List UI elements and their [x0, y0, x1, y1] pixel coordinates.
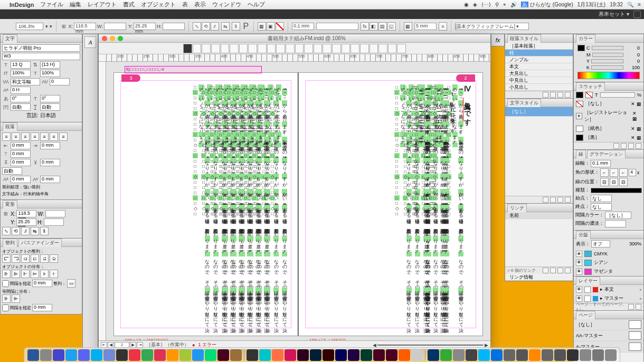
separation-row[interactable]: 👁シアン: [574, 258, 643, 267]
fx-icon[interactable]: fx: [361, 22, 369, 31]
auto2[interactable]: 自動: [40, 103, 60, 111]
page-left[interactable]: 柱□□□□□◇□□□□◇# 3 本文はここから始まります。基本的な設定での作成に…: [113, 72, 298, 336]
dock-app-icon[interactable]: [192, 349, 204, 361]
leading[interactable]: (13 H): [40, 61, 60, 69]
minimize-button[interactable]: [110, 36, 115, 41]
dock-app-icon[interactable]: [491, 349, 503, 361]
ref-point-icon[interactable]: ⊞: [60, 23, 68, 30]
running-head-frame[interactable]: 柱□□□□□◇□□□□◇#: [125, 66, 262, 73]
space-before[interactable]: 0 mm: [11, 159, 31, 166]
align-icon[interactable]: ≡: [439, 22, 447, 31]
swatch-item[interactable]: ［黒］✕ ▦: [574, 133, 643, 142]
master-page-row[interactable]: ［なし］: [574, 319, 643, 330]
mojikumi-label[interactable]: 文字組み：行末約物半角: [2, 191, 49, 197]
x-field[interactable]: 118.5 mm: [74, 23, 96, 30]
scrollbar-h[interactable]: ◀ ━━━━━━━━━━━━━━━━━━━━━━━━━━━━━━━━━━━━━━…: [373, 342, 488, 348]
vertical-ruler[interactable]: [99, 62, 106, 340]
tx[interactable]: 118.5 mm: [16, 210, 36, 217]
preflight-icon[interactable]: ●: [192, 342, 195, 348]
panel-tab-pathfinder[interactable]: パスファインダー: [18, 239, 62, 247]
dock-app-icon[interactable]: [386, 349, 397, 361]
stroke-icon[interactable]: ▣: [267, 22, 275, 31]
rotate[interactable]: 0°: [11, 95, 31, 102]
dock-app-icon[interactable]: [466, 349, 477, 361]
dock-app-icon[interactable]: [373, 349, 385, 361]
master-page-row[interactable]: AA-マスター: [574, 330, 643, 341]
space-after[interactable]: 0 mm: [40, 159, 60, 166]
opacity-icon[interactable]: ◧: [370, 22, 378, 31]
dock-app-icon[interactable]: [91, 349, 102, 361]
dock-app-icon[interactable]: [297, 349, 309, 361]
y-field[interactable]: 25.25 mm: [134, 23, 156, 30]
dock-app-icon[interactable]: [78, 349, 90, 361]
dock-app-icon[interactable]: [129, 349, 140, 361]
dock-app-icon[interactable]: [399, 349, 410, 361]
dock-app-icon[interactable]: [154, 349, 166, 361]
time[interactable]: 19:32: [610, 2, 623, 7]
auto1[interactable]: 自動: [11, 103, 31, 111]
dock-app-icon[interactable]: [428, 349, 439, 361]
dock-app-icon[interactable]: [167, 349, 178, 361]
swatch-item[interactable]: ［なし］✕ ▦: [574, 99, 643, 108]
first-line[interactable]: 0 mm: [11, 150, 31, 158]
dock-app-icon[interactable]: [247, 349, 258, 361]
dock-app-icon[interactable]: [285, 349, 296, 361]
menu-help[interactable]: ヘルプ: [248, 1, 265, 8]
menu-file[interactable]: ファイル: [40, 1, 63, 8]
dock-app-icon[interactable]: [554, 349, 566, 361]
menu-table[interactable]: 表: [182, 1, 188, 8]
link-info-label[interactable]: リンク情報: [505, 274, 573, 281]
search-icon[interactable]: [633, 11, 641, 18]
dock-app-icon[interactable]: [440, 349, 452, 361]
panel-tab-transform[interactable]: 変形: [3, 200, 17, 208]
dock-app-icon[interactable]: [516, 349, 528, 361]
stroke-style[interactable]: [316, 23, 358, 30]
w-field[interactable]: [104, 23, 126, 30]
dock-app-icon[interactable]: [103, 349, 115, 361]
zoom-button[interactable]: [118, 36, 123, 41]
ime-indicator[interactable]: あ ひらがな (Google): [521, 1, 573, 8]
panel-tab-character[interactable]: 文字: [3, 34, 17, 43]
workspace-selector[interactable]: 基本セット ▾: [599, 11, 629, 18]
text-column[interactable]: 本文はここから始まります。基本的な設定での作成になりますが、細かい体裁を希望する…: [280, 84, 287, 326]
flip-v-icon[interactable]: ⥮: [232, 22, 240, 31]
dock-app-icon[interactable]: [272, 349, 283, 361]
dock-app-icon[interactable]: [230, 349, 242, 361]
auto[interactable]: 自動: [2, 167, 22, 175]
stroke-weight[interactable]: 0.1 mm: [292, 23, 314, 30]
rotate-icon[interactable]: ⟲: [202, 22, 210, 31]
dock-app-icon[interactable]: [116, 349, 128, 361]
panel-tab-paragraph[interactable]: 段落: [3, 122, 17, 131]
color-spectrum[interactable]: [577, 72, 640, 79]
left-indent[interactable]: 0 mm: [11, 142, 31, 149]
menu-layout[interactable]: レイアウト: [88, 1, 117, 8]
fill-swatch-icon[interactable]: [577, 45, 585, 51]
shear-icon[interactable]: ⫽: [211, 22, 219, 31]
baseline[interactable]: 0 H: [11, 87, 31, 94]
layer-row[interactable]: 👁▸ 本文▫: [574, 285, 643, 294]
paragraph-style-item[interactable]: 柱: [505, 50, 573, 56]
font-size[interactable]: 13 Q: [11, 61, 31, 69]
kerning[interactable]: 和文等幅: [11, 78, 40, 85]
app-name[interactable]: InDesign: [10, 2, 34, 8]
wrap-icon[interactable]: ▤: [378, 22, 387, 31]
dock-app-icon[interactable]: [53, 349, 64, 361]
dock-app-icon[interactable]: [179, 349, 191, 361]
dock-app-icon[interactable]: [542, 349, 553, 361]
vscale[interactable]: 100%: [11, 70, 31, 77]
scale-icon[interactable]: ⤡: [193, 22, 201, 31]
grid-size[interactable]: 5 mm: [414, 23, 437, 30]
date[interactable]: 1月13日(土): [577, 1, 605, 8]
ty[interactable]: 25.25 mm: [16, 218, 36, 226]
paragraph-style-item[interactable]: 大見出し: [505, 70, 573, 77]
search-icon[interactable]: 🔍: [627, 2, 633, 7]
tracking[interactable]: 0: [50, 78, 70, 85]
separation-row[interactable]: 👁CMYK: [574, 250, 643, 258]
fill-icon[interactable]: ▦: [258, 22, 266, 31]
kinsoku-label[interactable]: 禁則処理：強い禁則: [2, 184, 40, 190]
align-icon[interactable]: ≡: [2, 132, 11, 141]
horizontal-ruler[interactable]: 2002503003504004505005506006507007508008…: [99, 54, 490, 62]
dock-app-icon[interactable]: [323, 349, 334, 361]
skew[interactable]: 0°: [40, 95, 60, 102]
swatch-item[interactable]: ［レジストレーション］✕ ▦: [574, 108, 643, 124]
